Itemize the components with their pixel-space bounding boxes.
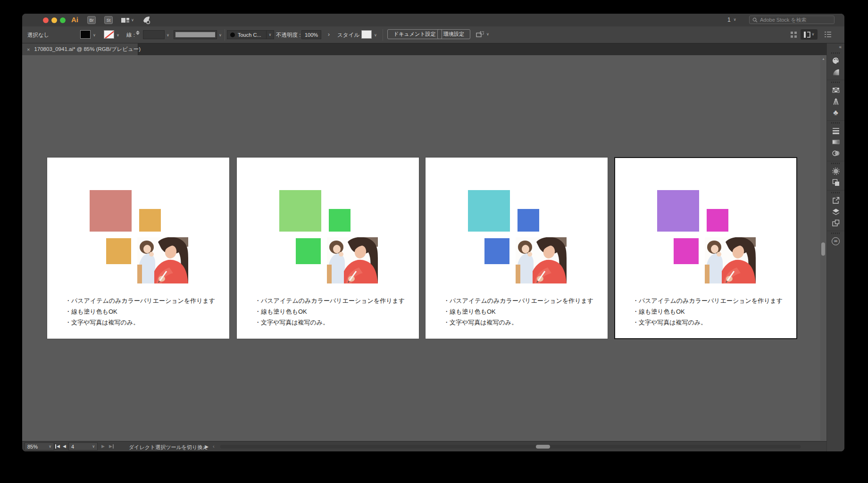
chevron-down-icon[interactable]: ∨: [93, 33, 96, 37]
artboard-number-value: 4: [71, 444, 74, 450]
chevron-down-icon[interactable]: ∨: [117, 33, 119, 37]
chevron-down-icon[interactable]: ∨: [374, 33, 377, 37]
small-square-right[interactable]: [139, 209, 161, 232]
symbols-panel-button[interactable]: ♣: [830, 107, 842, 118]
panel-group-grip[interactable]: [831, 233, 841, 234]
width-profile-dropdown[interactable]: [174, 30, 217, 39]
opacity-input[interactable]: 100%: [301, 30, 321, 39]
artboard[interactable]: ・パスアイテムのみカラーバリエーションを作ります ・線も塗り色もOK ・文字や写…: [426, 158, 608, 339]
chevron-down-icon[interactable]: ∨: [266, 31, 274, 39]
small-square-right[interactable]: [517, 209, 539, 232]
document-tab[interactable]: × 170803_0941.ai* @ 85% (RGB/プレビュー): [22, 43, 138, 55]
artboard[interactable]: ・パスアイテムのみカラーバリエーションを作ります ・線も塗り色もOK ・文字や写…: [47, 158, 229, 339]
artboard-notes[interactable]: ・パスアイテムのみカラーバリエーションを作ります ・線も塗り色もOK ・文字や写…: [633, 295, 783, 328]
artboard-notes[interactable]: ・パスアイテムのみカラーバリエーションを作ります ・線も塗り色もOK ・文字や写…: [443, 295, 593, 328]
stroke-weight-input[interactable]: [143, 30, 165, 39]
document-title: 170803_0941.ai* @ 85% (RGB/プレビュー): [34, 46, 141, 53]
stroke-weight-stepper[interactable]: [136, 31, 140, 35]
gradient-panel-button[interactable]: [830, 67, 842, 78]
document-count-dropdown[interactable]: 1 ∨: [727, 17, 736, 23]
big-square[interactable]: [279, 190, 321, 232]
minimize-window-button[interactable]: [51, 17, 57, 23]
graphic-styles-icon: [831, 178, 841, 187]
photo[interactable]: [705, 237, 756, 283]
small-square-left[interactable]: [484, 238, 509, 264]
panel-group-grip[interactable]: [831, 192, 841, 193]
vertical-scrollbar-thumb[interactable]: [821, 242, 825, 256]
small-square-right[interactable]: [329, 209, 351, 232]
panel-group-grip[interactable]: [831, 52, 841, 54]
artboard[interactable]: ・パスアイテムのみカラーバリエーションを作ります ・線も塗り色もOK ・文字や写…: [615, 158, 797, 339]
gradient-panel-button-2[interactable]: [830, 136, 842, 148]
brush-definition-dropdown[interactable]: Touch C... ∨: [227, 30, 274, 39]
panel-layout-button[interactable]: ∨: [801, 29, 818, 40]
zoom-window-button[interactable]: [60, 17, 66, 23]
bridge-button[interactable]: Br: [87, 16, 96, 24]
zoom-level-dropdown[interactable]: 85% ∨: [25, 442, 54, 450]
first-artboard-button[interactable]: ◀: [55, 444, 60, 449]
color-panel-button[interactable]: [830, 55, 842, 67]
workspace-grid-button[interactable]: [791, 32, 797, 38]
preferences-button[interactable]: 環境設定: [437, 29, 470, 39]
scroll-left-icon[interactable]: ‹: [213, 443, 215, 449]
artboard-notes[interactable]: ・パスアイテムのみカラーバリエーションを作ります ・線も塗り色もOK ・文字や写…: [255, 295, 405, 328]
style-swatch[interactable]: [361, 30, 372, 39]
artboard-notes[interactable]: ・パスアイテムのみカラーバリエーションを作ります ・線も塗り色もOK ・文字や写…: [65, 295, 215, 328]
stock-button[interactable]: St: [104, 16, 113, 24]
big-square[interactable]: [468, 190, 510, 232]
illustrator-logo: Ai: [71, 16, 78, 24]
swatches-panel-button[interactable]: [830, 84, 842, 96]
document-setup-button[interactable]: ドキュメント設定: [387, 29, 442, 39]
next-artboard-button[interactable]: ▶: [101, 444, 105, 449]
chevron-down-icon[interactable]: ∨: [167, 33, 169, 37]
vertical-scrollbar[interactable]: ▲: [820, 56, 826, 441]
small-square-left[interactable]: [106, 238, 131, 264]
gpu-performance-button[interactable]: [142, 16, 150, 24]
zoom-level-value: 85%: [27, 444, 38, 450]
isolate-selected-object-button[interactable]: ∨: [476, 31, 489, 38]
close-tab-icon[interactable]: ×: [27, 47, 30, 52]
artboards-panel-button[interactable]: [830, 217, 842, 229]
opacity-panel-arrow[interactable]: ›: [328, 31, 330, 38]
note-line: ・文字や写真は複写のみ。: [633, 317, 783, 328]
big-square[interactable]: [657, 190, 699, 232]
brushes-panel-button[interactable]: [830, 96, 842, 107]
control-panel: 選択なし ∨ ∨ 線 : ∨ ∨ Touch C... ∨ 不透明度 : 100…: [22, 26, 844, 43]
artboard-navigation-dropdown[interactable]: 4 ∨: [68, 442, 98, 450]
photo[interactable]: [516, 237, 567, 283]
photo[interactable]: [137, 237, 188, 283]
chevron-down-icon[interactable]: ∨: [219, 33, 222, 37]
scroll-up-icon[interactable]: ▲: [822, 57, 825, 60]
small-square-left[interactable]: [674, 238, 699, 264]
previous-artboard-button[interactable]: ◀: [63, 444, 66, 449]
panel-group-grip[interactable]: [831, 82, 841, 83]
creative-cloud-panel-button[interactable]: ∞: [830, 235, 842, 247]
layers-panel-button[interactable]: [830, 206, 842, 217]
stroke-color-swatch[interactable]: [104, 30, 114, 39]
stroke-panel-button[interactable]: [830, 125, 842, 136]
big-square[interactable]: [90, 190, 132, 232]
panel-group-grip[interactable]: [831, 163, 841, 164]
workspace-list-button[interactable]: [825, 32, 831, 37]
expand-panels-button[interactable]: «: [827, 43, 844, 51]
panel-layout-icon: [804, 32, 810, 38]
last-artboard-button[interactable]: ▶: [109, 444, 114, 449]
adobe-stock-search[interactable]: Adobe Stock を検索: [749, 16, 835, 24]
artboard[interactable]: ・パスアイテムのみカラーバリエーションを作ります ・線も塗り色もOK ・文字や写…: [237, 158, 419, 339]
panel-group: [827, 161, 844, 191]
photo[interactable]: [327, 237, 378, 283]
transparency-panel-button[interactable]: [830, 148, 842, 159]
small-square-left[interactable]: [296, 238, 321, 264]
export-panel-button[interactable]: [830, 195, 842, 206]
fill-color-swatch[interactable]: [80, 30, 91, 39]
panel-group-grip[interactable]: [831, 122, 841, 124]
arrange-documents-button[interactable]: ∨: [121, 17, 134, 23]
appearance-panel-button[interactable]: [830, 166, 842, 177]
small-square-right[interactable]: [707, 209, 728, 232]
graphic-styles-panel-button[interactable]: [830, 177, 842, 188]
horizontal-scrollbar-thumb[interactable]: [536, 445, 550, 449]
status-options-arrow[interactable]: ▶: [205, 444, 209, 449]
close-window-button[interactable]: [43, 17, 49, 23]
horizontal-scrollbar[interactable]: [220, 445, 801, 449]
stroke-lines-icon: [831, 126, 841, 135]
